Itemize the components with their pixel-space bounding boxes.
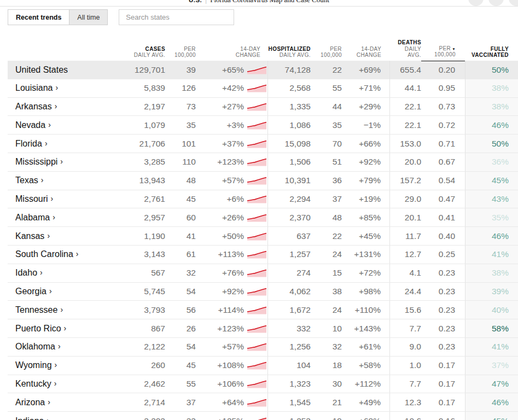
cases-per-100k: 26: [165, 319, 196, 337]
hospitalized-daily-avg: 274: [268, 264, 311, 282]
deaths-per-100k: 0.47: [421, 190, 465, 208]
more-button[interactable]: [509, 0, 518, 6]
table-row[interactable]: Wyoming› 260 45 +108% 104 18 +58% 1.0 0.…: [8, 357, 518, 375]
hospitalized-per-100k: 22: [311, 61, 342, 79]
cases-trend-cell: [244, 98, 268, 116]
table-row[interactable]: South Carolina› 3,143 61 +113% 1,257 24 …: [8, 246, 518, 264]
deaths-daily-avg: 20.1: [390, 208, 421, 226]
table-row[interactable]: Puerto Rico› 867 26 +123% 332 10 +143% 7…: [8, 319, 518, 338]
hospitalized-daily-avg: 1,545: [268, 393, 311, 411]
table-row[interactable]: Alabama› 2,957 60 +26% 2,370 48 +85% 20.…: [8, 208, 518, 227]
col-hosp-per[interactable]: PER100,000: [311, 46, 342, 61]
col-hosp-change[interactable]: 14-DAYCHANGE: [342, 46, 390, 61]
state-name-cell[interactable]: Kansas›: [8, 227, 131, 245]
col-fully-vaccinated[interactable]: FULLYVACCINATED: [465, 46, 518, 61]
hospitalized-per-100k: 48: [311, 208, 342, 226]
section-label[interactable]: U.S.: [189, 0, 202, 3]
table-row[interactable]: Kentucky› 2,462 55 +106% 1,323 30 +112% …: [8, 375, 518, 394]
deaths-per-100k: 0.71: [421, 135, 465, 153]
cases-per-100k: 33: [165, 412, 196, 420]
table-row[interactable]: Georgia› 5,745 54 +92% 4,062 38 +98% 24.…: [8, 283, 518, 301]
state-name-cell[interactable]: Arkansas›: [8, 98, 131, 116]
share-button[interactable]: [468, 0, 484, 6]
cases-per-100k: 39: [165, 61, 196, 79]
table-row[interactable]: Florida› 21,706 101 +37% 15,098 70 +66% …: [8, 135, 518, 153]
trend-sparkline-icon: [247, 84, 267, 92]
state-name-cell[interactable]: Puerto Rico›: [8, 319, 131, 337]
cases-per-100k: 32: [165, 264, 196, 282]
col-cases-per[interactable]: PER100,000: [165, 46, 196, 61]
table-row[interactable]: Kansas› 1,190 41 +50% 637 22 +45% 11.7 0…: [8, 227, 518, 246]
deaths-per-100k: 0.54: [421, 172, 465, 190]
col-cases-change[interactable]: 14-DAYCHANGE: [196, 46, 268, 61]
deaths-daily-avg: 655.4: [390, 61, 421, 79]
gift-button[interactable]: [488, 0, 504, 6]
cases-trend-cell: [244, 190, 268, 208]
fully-vaccinated-pct: 50%: [465, 135, 518, 153]
hospitalized-per-100k: 51: [311, 153, 342, 171]
state-name-cell[interactable]: Georgia›: [8, 283, 131, 301]
state-name-cell[interactable]: Kentucky›: [8, 375, 131, 393]
table-row[interactable]: Tennessee› 3,793 56 +114% 1,672 24 +110%…: [8, 301, 518, 319]
state-name-cell[interactable]: Indiana›: [8, 412, 131, 420]
col-cases[interactable]: CASESDAILY AVG.: [131, 46, 165, 61]
state-name-cell[interactable]: Oklahoma›: [8, 338, 131, 356]
state-name-cell[interactable]: Texas›: [8, 172, 131, 190]
state-name-cell[interactable]: United States: [8, 61, 131, 79]
col-hospitalized[interactable]: HOSPITALIZEDDAILY AVG.: [268, 46, 311, 61]
cases-trend-cell: [244, 227, 268, 245]
page: { "topbar": { "section": "U.S.", "separa…: [0, 0, 518, 420]
table-row[interactable]: Mississippi› 3,285 110 +123% 1,506 51 +9…: [8, 153, 518, 172]
state-name-cell[interactable]: South Carolina›: [8, 246, 131, 264]
table-row[interactable]: Arkansas› 2,197 73 +27% 1,335 44 +29% 22…: [8, 98, 518, 116]
hospitalized-daily-avg: 1,253: [268, 412, 311, 420]
state-name-cell[interactable]: Alabama›: [8, 208, 131, 226]
state-name-cell[interactable]: Nevada›: [8, 116, 131, 134]
cases-daily-avg: 2,761: [131, 190, 165, 208]
table-row[interactable]: Missouri› 2,761 45 +6% 2,294 37 +19% 29.…: [8, 190, 518, 209]
hospitalized-daily-avg: 1,335: [268, 98, 311, 116]
state-name-cell[interactable]: Arizona›: [8, 393, 131, 411]
cases-14day-change: +6%: [196, 190, 244, 208]
table-row[interactable]: Texas› 13,943 48 +57% 10,391 36 +79% 157…: [8, 172, 518, 190]
state-name-cell[interactable]: Mississippi›: [8, 153, 131, 171]
cases-daily-avg: 2,197: [131, 98, 165, 116]
table-row[interactable]: Louisiana› 5,839 126 +42% 2,568 55 +71% …: [8, 79, 518, 98]
chevron-right-icon: ›: [47, 231, 50, 240]
search-states-input[interactable]: [119, 9, 234, 25]
tab-all-time[interactable]: All time: [69, 10, 107, 25]
hospitalized-daily-avg: 10,391: [268, 172, 311, 190]
page-title: U.S.|Florida Coronavirus Map and Case Co…: [0, 0, 518, 4]
state-name-cell[interactable]: Missouri›: [8, 190, 131, 208]
table-row[interactable]: Oklahoma› 2,122 54 +57% 1,256 32 +61% 9.…: [8, 338, 518, 357]
chevron-right-icon: ›: [60, 305, 63, 314]
fully-vaccinated-pct: 58%: [465, 319, 518, 337]
cases-14day-change: +37%: [196, 135, 244, 153]
trend-sparkline-icon: [247, 306, 267, 314]
trend-sparkline-icon: [247, 176, 267, 185]
table-row[interactable]: Nevada› 1,079 35 +3% 1,086 35 −1% 22.1 0…: [8, 116, 518, 135]
cases-trend-cell: [244, 135, 268, 153]
col-deaths-per-sorted[interactable]: PER▼100,000: [421, 45, 465, 61]
cases-daily-avg: 3,143: [131, 246, 165, 264]
col-deaths[interactable]: DEATHSDAILY AVG.: [390, 39, 421, 61]
chevron-right-icon: ›: [48, 398, 50, 406]
chevron-right-icon: ›: [51, 194, 54, 203]
state-name-cell[interactable]: Florida›: [8, 135, 131, 153]
hospitalized-daily-avg: 1,672: [268, 301, 311, 319]
table-body: United States 129,701 39 +65% 74,128 22 …: [8, 61, 518, 420]
hospitalized-per-100k: 24: [311, 246, 342, 264]
state-name-cell[interactable]: Louisiana›: [8, 79, 131, 97]
hospitalized-per-100k: 36: [311, 172, 342, 190]
cases-daily-avg: 1,079: [131, 116, 165, 134]
fully-vaccinated-pct: 45%: [465, 172, 518, 190]
state-name: Texas: [15, 176, 38, 185]
table-row[interactable]: Indiana› 2,202 33 +125% 1,253 19 +68% 10…: [8, 412, 518, 420]
cases-14day-change: +50%: [196, 227, 244, 245]
state-name-cell[interactable]: Wyoming›: [8, 357, 131, 375]
state-name-cell[interactable]: Tennessee›: [8, 301, 131, 319]
state-name-cell[interactable]: Idaho›: [8, 264, 131, 282]
table-row[interactable]: Arizona› 2,714 37 +64% 1,545 21 +49% 12.…: [8, 393, 518, 412]
tab-recent-trends[interactable]: Recent trends: [8, 10, 69, 25]
table-row[interactable]: Idaho› 567 32 +76% 274 15 +72% 4.1 0.23 …: [8, 264, 518, 283]
